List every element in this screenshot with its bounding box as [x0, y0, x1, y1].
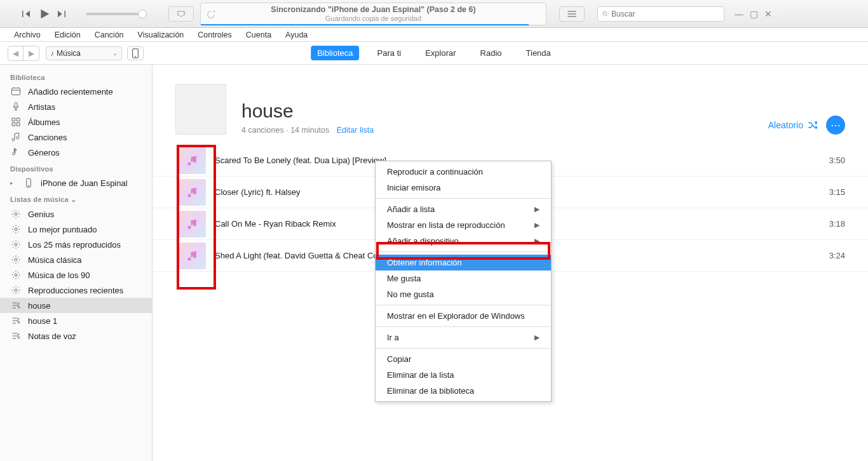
context-item-añadir-a-dispositivo[interactable]: Añadir a dispositivo▶: [376, 233, 551, 249]
context-menu: Reproducir a continuaciónIniciar emisora…: [375, 161, 552, 402]
status-lcd: Sincronizando "iPhone de Juan Espinal" (…: [200, 3, 546, 25]
disclosure-icon[interactable]: ▸: [10, 180, 17, 186]
sidebar-library-añadido-recientemente[interactable]: Añadido recientemente: [0, 84, 152, 99]
context-item-label: Me gusta: [387, 274, 421, 283]
gear-icon: [10, 239, 22, 250]
sidebar-item-label: Lo mejor puntuado: [28, 225, 97, 234]
back-button[interactable]: ◀: [8, 46, 24, 60]
source-selector[interactable]: ♪ Música ⌄: [46, 46, 122, 60]
song-artwork: [179, 179, 206, 206]
context-item-label: Ir a: [387, 333, 399, 342]
menu-ayuda[interactable]: Ayuda: [279, 29, 314, 41]
edit-playlist-link[interactable]: Editar lista: [337, 126, 374, 135]
menu-edición[interactable]: Edición: [48, 29, 87, 41]
sidebar-library-artistas[interactable]: Artistas: [0, 99, 152, 114]
genre-icon: [10, 147, 22, 157]
close-button[interactable]: ✕: [764, 9, 772, 19]
shuffle-icon: [807, 119, 818, 131]
sidebar-item-label: Canciones: [28, 133, 67, 142]
sidebar-playlist-notas-de-voz[interactable]: Notas de voz: [0, 328, 152, 344]
song-artwork: [179, 211, 206, 237]
up-next-button[interactable]: [559, 6, 585, 22]
sidebar-library-canciones[interactable]: Canciones: [0, 130, 152, 145]
sidebar-playlist-los-25-más-reproducidos[interactable]: Los 25 más reproducidos: [0, 237, 152, 252]
svg-point-9: [28, 185, 29, 186]
context-item-eliminar-de-la-lista[interactable]: Eliminar de la lista: [376, 367, 551, 383]
more-button[interactable]: ⋯: [826, 116, 845, 135]
album-icon: [10, 117, 22, 127]
sidebar-item-label: Artistas: [28, 102, 55, 112]
sidebar-playlist-música-de-los-90[interactable]: Música de los 90: [0, 267, 152, 283]
pl-icon: [10, 331, 22, 341]
forward-button[interactable]: ▶: [24, 46, 39, 60]
context-item-mostrar-en-lista-de-reproducción[interactable]: Mostrar en lista de reproducción▶: [376, 217, 551, 233]
shuffle-button[interactable]: Aleatorio: [768, 119, 818, 131]
sidebar-playlist-house-1[interactable]: house 1: [0, 313, 152, 328]
tab-para ti[interactable]: Para ti: [371, 46, 408, 60]
sidebar-item-label: Añadido recientemente: [28, 87, 113, 97]
sidebar-header-library: Biblioteca: [0, 69, 152, 84]
sync-icon: [206, 10, 216, 20]
minimize-button[interactable]: —: [735, 9, 743, 19]
gear-icon: [10, 255, 22, 265]
tab-biblioteca[interactable]: Biblioteca: [311, 46, 359, 60]
context-item-reproducir-a-continuación[interactable]: Reproducir a continuación: [376, 164, 551, 180]
context-item-label: No me gusta: [387, 290, 434, 299]
context-item-me-gusta[interactable]: Me gusta: [376, 271, 551, 286]
svg-point-2: [135, 56, 136, 57]
context-item-label: Eliminar de la biblioteca: [387, 386, 474, 396]
mic-icon: [10, 102, 22, 112]
tab-radio[interactable]: Radio: [474, 46, 508, 60]
sidebar-playlist-house[interactable]: house: [0, 298, 152, 313]
view-selector-row: ◀ ▶ ♪ Música ⌄ BibliotecaPara tiExplorar…: [0, 42, 868, 65]
context-item-mostrar-en-el-explorador-de-windows[interactable]: Mostrar en el Explorador de Windows: [376, 308, 551, 324]
search-input[interactable]: [611, 10, 720, 18]
menu-visualización[interactable]: Visualización: [132, 29, 191, 41]
context-item-eliminar-de-la-biblioteca[interactable]: Eliminar de la biblioteca: [376, 383, 551, 399]
menu-canción[interactable]: Canción: [88, 29, 130, 41]
song-title: Scared To Be Lonely (feat. Dua Lipa) [Pr…: [215, 156, 386, 165]
context-item-label: Reproducir a continuación: [387, 167, 483, 177]
sidebar-playlist-música-clásica[interactable]: Música clásica: [0, 252, 152, 267]
song-title: Shed A Light (feat. David Guetta & Cheat…: [215, 251, 394, 260]
context-item-no-me-gusta[interactable]: No me gusta: [376, 286, 551, 302]
context-separator: [376, 326, 551, 327]
phone-icon: [132, 48, 139, 58]
volume-slider[interactable]: [86, 13, 143, 15]
sidebar-item-label: Álbumes: [28, 117, 60, 127]
tab-tienda[interactable]: Tienda: [520, 46, 557, 60]
sidebar-playlist-lo-mejor-puntuado[interactable]: Lo mejor puntuado: [0, 222, 152, 237]
sync-title: Sincronizando "iPhone de Juan Espinal" (…: [271, 5, 475, 14]
menubar: ArchivoEdiciónCanciónVisualizaciónContro…: [0, 28, 868, 42]
chevron-down-icon[interactable]: ⌄: [71, 196, 76, 203]
song-title: Closer (Lyric) ft. Halsey: [215, 187, 301, 197]
sidebar-item-label: Los 25 más reproducidos: [28, 240, 121, 250]
search-field[interactable]: [597, 6, 724, 22]
maximize-button[interactable]: ▢: [750, 9, 758, 19]
context-item-label: Mostrar en el Explorador de Windows: [387, 311, 525, 321]
context-item-añadir-a-lista[interactable]: Añadir a lista▶: [376, 201, 551, 217]
context-item-obtener-información[interactable]: Obtener información: [376, 255, 551, 271]
sidebar-device-iphone-de-juan-espinal[interactable]: ▸iPhone de Juan Espinal: [0, 175, 152, 190]
airplay-button[interactable]: [168, 6, 194, 22]
playlist-header: house 4 canciones · 14 minutos Editar li…: [153, 65, 868, 145]
context-item-ir-a[interactable]: Ir a▶: [376, 330, 551, 345]
context-item-iniciar-emisora[interactable]: Iniciar emisora: [376, 180, 551, 196]
menu-cuenta[interactable]: Cuenta: [240, 29, 278, 41]
gear-icon: [10, 209, 22, 219]
sidebar-playlist-reproducciones-recientes[interactable]: Reproducciones recientes: [0, 283, 152, 298]
sidebar-playlist-genius[interactable]: Genius: [0, 206, 152, 222]
prev-button[interactable]: [18, 7, 34, 21]
sidebar-item-label: iPhone de Juan Espinal: [41, 178, 128, 188]
context-item-label: Mostrar en lista de reproducción: [387, 220, 505, 230]
context-item-copiar[interactable]: Copiar: [376, 351, 551, 367]
menu-controles[interactable]: Controles: [191, 29, 238, 41]
sidebar-library-álbumes[interactable]: Álbumes: [0, 114, 152, 130]
sidebar-library-géneros[interactable]: Géneros: [0, 145, 152, 160]
menu-archivo[interactable]: Archivo: [8, 29, 47, 41]
sidebar-item-label: Genius: [28, 210, 54, 219]
next-button[interactable]: [53, 7, 70, 21]
device-button[interactable]: [127, 46, 144, 60]
tab-explorar[interactable]: Explorar: [419, 46, 462, 60]
play-button[interactable]: [36, 7, 52, 21]
